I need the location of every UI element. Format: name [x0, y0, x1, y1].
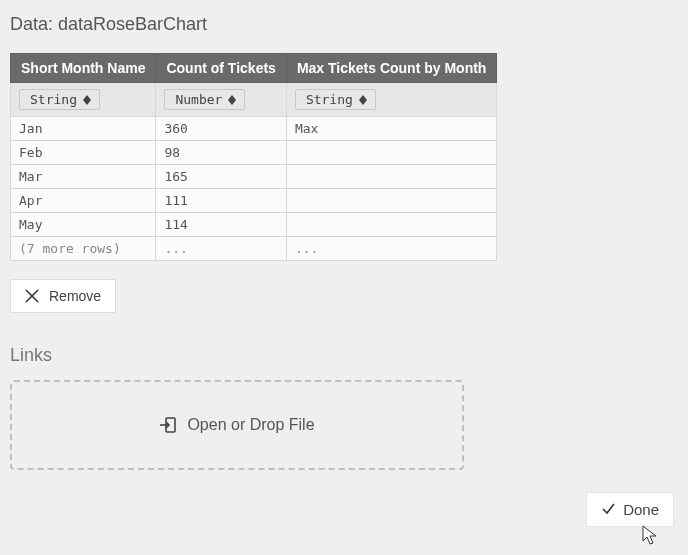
- open-or-drop-file[interactable]: Open or Drop File: [10, 380, 464, 470]
- data-title: Data: dataRoseBarChart: [10, 14, 678, 35]
- col-header: Count of Tickets: [156, 54, 286, 83]
- open-file-icon: [159, 416, 177, 434]
- type-label: String: [306, 92, 353, 107]
- done-label: Done: [623, 501, 659, 518]
- remove-label: Remove: [49, 288, 101, 304]
- cell: [286, 141, 497, 165]
- remove-button[interactable]: Remove: [10, 279, 116, 313]
- col-header: Max Tickets Count by Month: [286, 54, 497, 83]
- table-type-row: String Number String: [11, 83, 497, 117]
- cursor-icon: [642, 525, 658, 549]
- col-header: Short Month Name: [11, 54, 156, 83]
- table-header-row: Short Month Name Count of Tickets Max Ti…: [11, 54, 497, 83]
- cell: (7 more rows): [11, 237, 156, 261]
- cell: May: [11, 213, 156, 237]
- table-row: Mar 165: [11, 165, 497, 189]
- table-row: Jan 360 Max: [11, 117, 497, 141]
- cell: 165: [156, 165, 286, 189]
- svg-marker-3: [228, 100, 236, 105]
- cell: 360: [156, 117, 286, 141]
- cell: Feb: [11, 141, 156, 165]
- type-selector[interactable]: String: [295, 89, 376, 110]
- table-more-row: (7 more rows) ... ...: [11, 237, 497, 261]
- cell: 111: [156, 189, 286, 213]
- table-row: Feb 98: [11, 141, 497, 165]
- sort-icon: [228, 95, 236, 105]
- type-label: Number: [175, 92, 222, 107]
- cell: Jan: [11, 117, 156, 141]
- cell: Apr: [11, 189, 156, 213]
- links-title: Links: [10, 345, 678, 366]
- close-icon: [25, 289, 39, 303]
- cell: Max: [286, 117, 497, 141]
- sort-icon: [359, 95, 367, 105]
- data-title-prefix: Data:: [10, 14, 58, 34]
- table-row: May 114: [11, 213, 497, 237]
- cell: 114: [156, 213, 286, 237]
- cell: ...: [156, 237, 286, 261]
- data-title-name: dataRoseBarChart: [58, 14, 207, 34]
- svg-marker-10: [643, 526, 656, 544]
- table-row: Apr 111: [11, 189, 497, 213]
- check-icon: [601, 501, 615, 518]
- cell: Mar: [11, 165, 156, 189]
- done-button[interactable]: Done: [586, 492, 674, 527]
- svg-marker-5: [359, 100, 367, 105]
- svg-marker-1: [83, 100, 91, 105]
- cell: [286, 189, 497, 213]
- cell: 98: [156, 141, 286, 165]
- cell: [286, 165, 497, 189]
- cell: ...: [286, 237, 497, 261]
- type-selector[interactable]: String: [19, 89, 100, 110]
- type-label: String: [30, 92, 77, 107]
- sort-icon: [83, 95, 91, 105]
- dropzone-label: Open or Drop File: [187, 416, 314, 434]
- cell: [286, 213, 497, 237]
- data-table: Short Month Name Count of Tickets Max Ti…: [10, 53, 497, 261]
- type-selector[interactable]: Number: [164, 89, 245, 110]
